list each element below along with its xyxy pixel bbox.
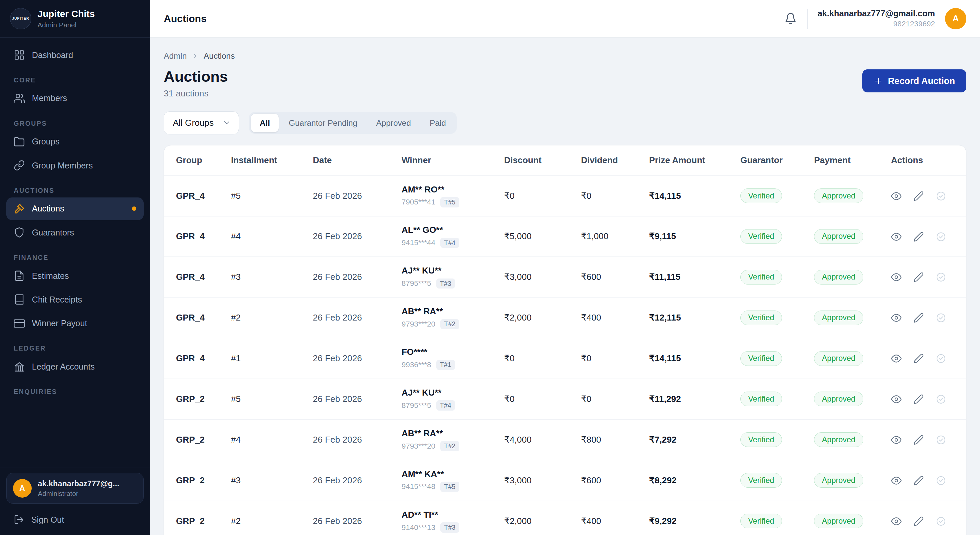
edit-button[interactable] bbox=[913, 353, 924, 364]
approve-button[interactable] bbox=[935, 191, 947, 201]
payment-status-badge: Approved bbox=[814, 514, 863, 528]
avatar: A bbox=[13, 479, 32, 498]
record-auction-button[interactable]: Record Auction bbox=[862, 69, 966, 93]
table-row: GRP_2 #3 26 Feb 2026 AM** KA** 9415***48… bbox=[164, 460, 966, 501]
table-row: GPR_4 #3 26 Feb 2026 AJ** KU** 8795***5 … bbox=[164, 257, 966, 297]
card-icon bbox=[14, 318, 25, 329]
sidebar-user-card[interactable]: A ak.khanarbaz777@g... Administrator bbox=[6, 473, 144, 504]
approve-button[interactable] bbox=[935, 313, 947, 323]
view-button[interactable] bbox=[891, 434, 902, 445]
approve-button[interactable] bbox=[935, 394, 947, 405]
guarantor-status-badge: Verified bbox=[740, 432, 782, 447]
guarantor-status-badge: Verified bbox=[740, 310, 782, 325]
guarantor-status-badge: Verified bbox=[740, 391, 782, 406]
view-button[interactable] bbox=[891, 516, 902, 527]
sidebar-item-winner-payout[interactable]: Winner Payout bbox=[6, 312, 144, 335]
winner-phone: 9415***48 bbox=[402, 482, 435, 491]
sidebar-item-members[interactable]: Members bbox=[6, 87, 144, 110]
topbar-divider bbox=[807, 9, 808, 29]
brand-name: Jupiter Chits bbox=[38, 8, 95, 20]
edit-button[interactable] bbox=[913, 475, 924, 486]
group-cell: GPR_4 bbox=[176, 353, 205, 363]
sidebar-item-ledger-accounts[interactable]: Ledger Accounts bbox=[6, 356, 144, 378]
page-content: Admin Auctions Auctions 31 auctions Reco… bbox=[150, 38, 980, 535]
sidebar-item-group-members[interactable]: Group Members bbox=[6, 154, 144, 177]
ticket-badge: T#2 bbox=[440, 441, 459, 451]
dividend-cell: ₹400 bbox=[581, 516, 601, 526]
column-header-dividend: Dividend bbox=[581, 145, 649, 176]
edit-button[interactable] bbox=[913, 516, 924, 527]
sidebar-item-label: Members bbox=[32, 93, 136, 103]
tab-paid[interactable]: Paid bbox=[421, 114, 455, 132]
sidebar-item-chit-receipts[interactable]: Chit Receipts bbox=[6, 289, 144, 311]
prize-amount-cell: ₹11,292 bbox=[649, 394, 681, 404]
payment-status-badge: Approved bbox=[814, 229, 863, 244]
date-cell: 26 Feb 2026 bbox=[313, 272, 362, 282]
edit-button[interactable] bbox=[913, 232, 924, 242]
column-header-discount: Discount bbox=[504, 145, 581, 176]
avatar[interactable]: A bbox=[945, 8, 966, 29]
group-filter-select[interactable]: All Groups bbox=[164, 112, 239, 134]
tab-all[interactable]: All bbox=[251, 114, 279, 132]
approve-button[interactable] bbox=[935, 353, 947, 364]
bank-icon bbox=[14, 361, 25, 372]
guarantor-status-badge: Verified bbox=[740, 473, 782, 488]
view-button[interactable] bbox=[891, 475, 902, 486]
sidebar-item-guarantors[interactable]: Guarantors bbox=[6, 221, 144, 244]
group-cell: GRP_2 bbox=[176, 475, 205, 485]
dividend-cell: ₹1,000 bbox=[581, 231, 608, 241]
auction-count: 31 auctions bbox=[164, 88, 228, 99]
main-area: Auctions ak.khanarbaz777@gmail.com 98212… bbox=[150, 0, 980, 535]
payment-status-badge: Approved bbox=[814, 351, 863, 366]
edit-button[interactable] bbox=[913, 313, 924, 323]
table-row: GPR_4 #1 26 Feb 2026 FO**** 9936***8 T#1… bbox=[164, 338, 966, 379]
dividend-cell: ₹600 bbox=[581, 272, 601, 282]
view-button[interactable] bbox=[891, 272, 902, 283]
sign-out-button[interactable]: Sign Out bbox=[0, 506, 150, 535]
nav-section-label-enquiries: ENQUIRIES bbox=[14, 388, 136, 396]
shield-icon bbox=[14, 227, 25, 238]
sidebar-item-groups[interactable]: Groups bbox=[6, 130, 144, 153]
edit-button[interactable] bbox=[913, 191, 924, 201]
prize-amount-cell: ₹14,115 bbox=[649, 191, 681, 201]
approve-button[interactable] bbox=[935, 232, 947, 242]
edit-button[interactable] bbox=[913, 272, 924, 283]
payment-status-badge: Approved bbox=[814, 270, 863, 284]
approve-button[interactable] bbox=[935, 516, 947, 527]
brand-subtitle: Admin Panel bbox=[38, 21, 95, 29]
table-row: GRP_2 #2 26 Feb 2026 AD** TI** 9140***13… bbox=[164, 501, 966, 535]
dividend-cell: ₹0 bbox=[581, 191, 591, 201]
prize-amount-cell: ₹12,115 bbox=[649, 313, 681, 323]
account-phone: 9821239692 bbox=[818, 19, 935, 29]
column-header-payment: Payment bbox=[814, 145, 891, 176]
auctions-table-card: GroupInstallmentDateWinnerDiscountDivide… bbox=[164, 145, 966, 535]
sidebar-header: JUPITER Jupiter Chits Admin Panel bbox=[0, 0, 150, 38]
table-body: GPR_4 #5 26 Feb 2026 AM** RO** 7905***41… bbox=[164, 176, 966, 535]
tab-guarantor-pending[interactable]: Guarantor Pending bbox=[280, 114, 366, 132]
installment-cell: #3 bbox=[231, 272, 241, 282]
installment-cell: #1 bbox=[231, 353, 241, 363]
notifications-bell-icon[interactable] bbox=[784, 12, 797, 25]
account-email: ak.khanarbaz777@gmail.com bbox=[818, 8, 935, 19]
view-button[interactable] bbox=[891, 232, 902, 242]
breadcrumb-admin[interactable]: Admin bbox=[164, 51, 187, 61]
winner-phone: 7905***41 bbox=[402, 198, 435, 206]
installment-cell: #5 bbox=[231, 191, 241, 201]
tab-approved[interactable]: Approved bbox=[368, 114, 420, 132]
winner-name: FO**** bbox=[402, 347, 500, 357]
view-button[interactable] bbox=[891, 191, 902, 201]
sidebar-item-auctions[interactable]: Auctions bbox=[6, 198, 144, 220]
prize-amount-cell: ₹11,115 bbox=[649, 272, 680, 282]
sidebar-item-estimates[interactable]: Estimates bbox=[6, 265, 144, 287]
topbar: Auctions ak.khanarbaz777@gmail.com 98212… bbox=[150, 0, 980, 38]
view-button[interactable] bbox=[891, 313, 902, 323]
approve-button[interactable] bbox=[935, 272, 947, 283]
view-button[interactable] bbox=[891, 353, 902, 364]
view-button[interactable] bbox=[891, 394, 902, 405]
approve-button[interactable] bbox=[935, 475, 947, 486]
approve-button[interactable] bbox=[935, 434, 947, 445]
edit-button[interactable] bbox=[913, 434, 924, 445]
sidebar-item-dashboard[interactable]: Dashboard bbox=[6, 44, 144, 66]
winner-name: AB** RA** bbox=[402, 306, 500, 316]
edit-button[interactable] bbox=[913, 394, 924, 405]
